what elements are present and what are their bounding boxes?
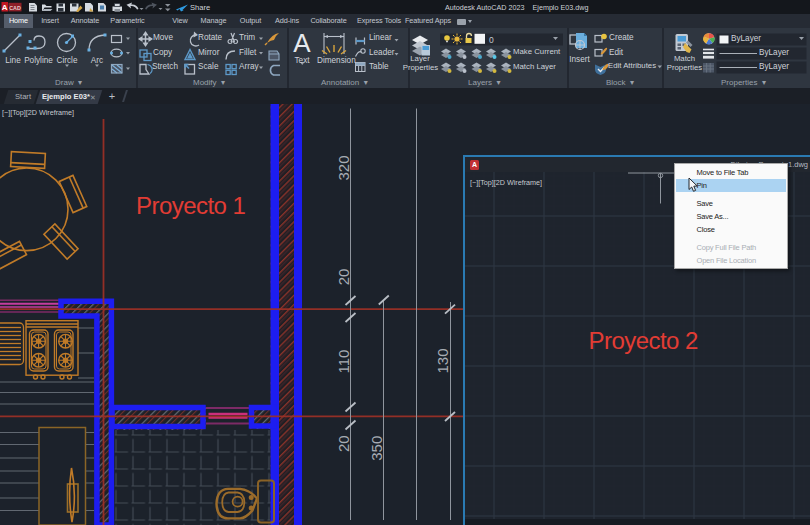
- svg-text:110: 110: [335, 350, 352, 374]
- svg-text:20: 20: [335, 435, 352, 452]
- svg-text:350: 350: [368, 436, 385, 461]
- svg-text:20: 20: [335, 269, 352, 286]
- svg-text:130: 130: [434, 348, 451, 373]
- svg-text:320: 320: [335, 155, 352, 180]
